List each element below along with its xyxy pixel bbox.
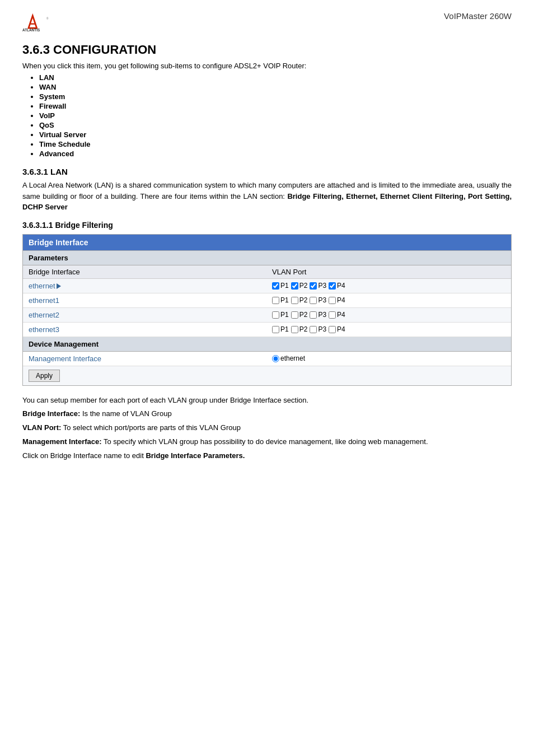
apply-cell: Apply: [23, 366, 511, 385]
list-item-wan: WAN: [39, 83, 512, 91]
table-row: ethernet2 P1 P2 P3 P4: [23, 307, 511, 322]
column-header-row: Bridge Interface VLAN Port: [23, 265, 511, 278]
eth2-p2-label: P2: [299, 311, 308, 319]
eth3-p3-checkbox[interactable]: [310, 326, 317, 333]
eth3-p4-label: P4: [337, 325, 345, 333]
note-line-2: Bridge Interface: Is the name of VLAN Gr…: [22, 408, 512, 420]
p2-checkbox-item: P2: [291, 282, 308, 290]
eth1-p2-checkbox[interactable]: [291, 297, 298, 304]
parameters-label: Parameters: [23, 250, 511, 265]
ethernet1-vlan-cell: P1 P2 P3 P4: [266, 293, 511, 307]
logo-area: ATLANTIS ®: [22, 11, 53, 32]
list-item-virtual-server: Virtual Server: [39, 130, 512, 139]
ethernet-link-cell[interactable]: ethernet: [23, 278, 266, 293]
svg-text:®: ®: [46, 17, 49, 20]
ethernet-p3-checkbox[interactable]: [310, 282, 317, 290]
management-interface-radio[interactable]: [272, 355, 279, 362]
ethernet3-cell: ethernet3: [23, 322, 266, 337]
eth2-p4-checkbox[interactable]: [329, 311, 336, 319]
list-item-system: System: [39, 92, 512, 101]
list-item-time-schedule: Time Schedule: [39, 140, 512, 148]
p1-label: P1: [280, 282, 289, 290]
list-item-voip: VoIP: [39, 111, 512, 120]
p3-label: P3: [318, 282, 326, 290]
ethernet-p1-checkbox[interactable]: [272, 282, 279, 290]
eth3-p2-label: P2: [299, 325, 308, 333]
management-interface-row: Management Interface ethernet: [23, 351, 511, 366]
device-management-label: Device Management: [23, 337, 511, 351]
management-interface-value: ethernet: [280, 354, 305, 362]
note-line-4: Management Interface: To specify which V…: [22, 436, 512, 448]
list-item-firewall: Firewall: [39, 102, 512, 110]
eth2-p2-checkbox[interactable]: [291, 311, 298, 319]
eth1-p3-label: P3: [318, 296, 326, 304]
eth1-p1-label: P1: [280, 296, 289, 304]
bridge-filtering-title: 3.6.3.1.1 Bridge Filtering: [22, 221, 512, 230]
note-line-1: You can setup member for each port of ea…: [22, 395, 512, 407]
arrow-right-icon: [57, 283, 61, 289]
bridge-interface-table: Bridge Interface Parameters Bridge Inter…: [22, 234, 512, 386]
apply-button[interactable]: Apply: [29, 370, 60, 382]
svg-text:ATLANTIS: ATLANTIS: [22, 28, 40, 32]
p3-checkbox-item: P3: [310, 282, 326, 290]
col-vlan-port-label: VLAN Port: [266, 265, 511, 278]
atlantis-logo: ATLANTIS ®: [22, 11, 53, 32]
table-row: ethernet1 P1 P2 P3 P4: [23, 293, 511, 307]
ethernet-vlan-cell: P1 P2 P3 P4: [266, 278, 511, 293]
main-title: 3.6.3 CONFIGURATION: [22, 43, 512, 57]
p4-label: P4: [337, 282, 345, 290]
p4-checkbox-item: P4: [329, 282, 345, 290]
table-row: ethernet3 P1 P2 P3 P4: [23, 322, 511, 337]
ethernet2-cell: ethernet2: [23, 307, 266, 322]
eth3-p1-label: P1: [280, 325, 289, 333]
eth2-p3-checkbox[interactable]: [310, 311, 317, 319]
eth1-p3-checkbox[interactable]: [310, 297, 317, 304]
product-name: VoIPMaster 260W: [444, 11, 512, 21]
p2-label: P2: [299, 282, 308, 290]
ethernet-p2-checkbox[interactable]: [291, 282, 298, 290]
eth3-p4-checkbox[interactable]: [329, 326, 336, 333]
ethernet2-vlan-cell: P1 P2 P3 P4: [266, 307, 511, 322]
eth2-p1-checkbox[interactable]: [272, 311, 279, 319]
notes-section: You can setup member for each port of ea…: [22, 395, 512, 462]
intro-text: When you click this item, you get follow…: [22, 62, 512, 70]
eth1-p4-checkbox[interactable]: [329, 297, 336, 304]
col-bridge-interface-label: Bridge Interface: [23, 265, 266, 278]
ethernet1-cell: ethernet1: [23, 293, 266, 307]
table-row: ethernet P1 P2 P3 P4: [23, 278, 511, 293]
ethernet-link[interactable]: ethernet: [29, 282, 61, 290]
management-interface-value-cell: ethernet: [266, 351, 511, 366]
eth2-p1-label: P1: [280, 311, 289, 319]
eth1-p4-label: P4: [337, 296, 345, 304]
eth3-p3-label: P3: [318, 325, 326, 333]
ethernet-p4-checkbox[interactable]: [329, 282, 336, 290]
apply-row: Apply: [23, 366, 511, 385]
menu-items-list: LAN WAN System Firewall VoIP QoS Virtual…: [39, 73, 512, 158]
eth2-p3-label: P3: [318, 311, 326, 319]
management-interface-label-cell: Management Interface: [23, 351, 266, 366]
parameters-header-row: Parameters: [23, 250, 511, 265]
svg-marker-0: [29, 16, 37, 28]
page-header: ATLANTIS ® VoIPMaster 260W: [22, 11, 512, 32]
p1-checkbox-item: P1: [272, 282, 289, 290]
lan-section-text: A Local Area Network (LAN) is a shared c…: [22, 180, 512, 213]
eth3-p2-checkbox[interactable]: [291, 326, 298, 333]
eth3-p1-checkbox[interactable]: [272, 326, 279, 333]
lan-section-title: 3.6.3.1 LAN: [22, 167, 512, 176]
note-line-5: Click on Bridge Interface name to edit B…: [22, 450, 512, 462]
eth2-p4-label: P4: [337, 311, 345, 319]
ethernet3-vlan-cell: P1 P2 P3 P4: [266, 322, 511, 337]
device-management-header-row: Device Management: [23, 337, 511, 351]
list-item-qos: QoS: [39, 121, 512, 129]
note-line-3: VLAN Port: To select which port/ports ar…: [22, 422, 512, 434]
eth1-p2-label: P2: [299, 296, 308, 304]
list-item-lan: LAN: [39, 73, 512, 82]
eth1-p1-checkbox[interactable]: [272, 297, 279, 304]
list-item-advanced: Advanced: [39, 150, 512, 158]
bridge-interface-header: Bridge Interface: [23, 235, 511, 250]
